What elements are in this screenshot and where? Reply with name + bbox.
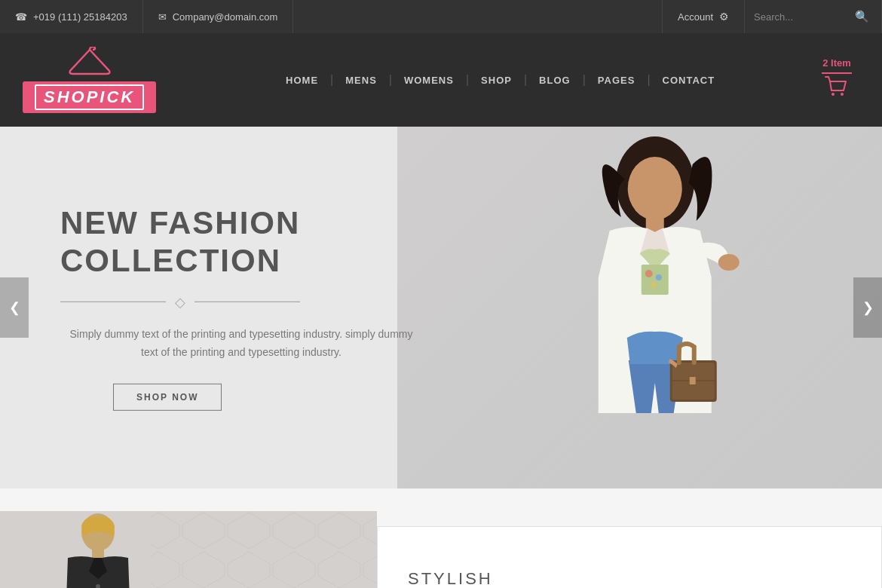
cart-area[interactable]: 2 Item (814, 57, 859, 103)
svg-point-7 (655, 274, 661, 280)
top-bar-right: Account ⚙ 🔍 (662, 0, 882, 33)
nav-pages[interactable]: PAGES (586, 75, 648, 86)
divider-line-left (60, 302, 166, 302)
section-content-right: STYLISH WOMENS (377, 526, 882, 588)
section-woman-illustration (0, 511, 377, 588)
email-address: Company@domain.com (173, 11, 278, 23)
email-icon: ✉ (158, 11, 167, 23)
slider-next-button[interactable]: ❯ (853, 277, 882, 338)
top-bar-left: ☎ +019 (111) 25184203 ✉ Company@domain.c… (0, 0, 293, 33)
logo-box-inner: SHOPICK (35, 84, 144, 110)
svg-rect-5 (641, 265, 668, 295)
main-nav: HOME | MENS | WOMENS | SHOP | BLOG | PAG… (186, 73, 814, 87)
email-contact: ✉ Company@domain.com (143, 0, 294, 33)
nav-blog[interactable]: BLOG (527, 75, 583, 86)
search-button[interactable]: 🔍 (852, 10, 872, 23)
phone-number: +019 (111) 25184203 (33, 11, 127, 23)
section-below: STYLISH WOMENS (0, 488, 882, 588)
nav-mens[interactable]: MENS (333, 75, 389, 86)
hero-slider: NEW FASHION COLLECTION ◇ Simply dummy te… (0, 127, 882, 488)
svg-rect-16 (151, 511, 377, 588)
hero-title: NEW FASHION COLLECTION (60, 204, 422, 280)
hero-description: Simply dummy text of the printing and ty… (60, 326, 422, 362)
cart-count: 2 Item (822, 57, 851, 69)
svg-point-1 (841, 93, 844, 96)
section-image-left (0, 511, 377, 588)
slider-prev-button[interactable]: ❮ (0, 277, 29, 338)
phone-contact: ☎ +019 (111) 25184203 (0, 0, 143, 33)
svg-point-8 (650, 282, 656, 288)
search-area: 🔍 (744, 0, 881, 33)
arrow-left-icon: ❮ (9, 299, 20, 316)
diamond-icon: ◇ (175, 294, 185, 311)
logo-box: SHOPICK (23, 81, 156, 113)
hanger-icon (67, 47, 112, 80)
svg-point-0 (831, 93, 835, 96)
gear-icon: ⚙ (719, 11, 729, 23)
logo-text: SHOPICK (44, 87, 135, 106)
nav-home[interactable]: HOME (274, 75, 330, 86)
svg-point-3 (627, 157, 681, 220)
phone-icon: ☎ (15, 11, 27, 23)
section-subtitle: STYLISH (408, 569, 851, 588)
hero-background (397, 127, 883, 488)
hero-divider: ◇ (60, 294, 422, 311)
account-label: Account (678, 11, 713, 23)
header: SHOPICK HOME | MENS | WOMENS | SHOP | BL… (0, 33, 882, 127)
top-bar: ☎ +019 (111) 25184203 ✉ Company@domain.c… (0, 0, 882, 33)
divider-line-right (194, 302, 300, 302)
shop-now-button[interactable]: SHOP NOW (113, 384, 222, 411)
nav-contact[interactable]: CONTACT (651, 75, 727, 86)
account-area[interactable]: Account ⚙ (662, 0, 744, 33)
svg-point-13 (718, 254, 739, 271)
hero-content: NEW FASHION COLLECTION ◇ Simply dummy te… (60, 204, 422, 411)
arrow-right-icon: ❯ (862, 299, 874, 316)
search-input[interactable] (754, 11, 852, 23)
svg-rect-12 (689, 377, 695, 384)
nav-shop[interactable]: SHOP (469, 75, 524, 86)
logo-area[interactable]: SHOPICK (23, 47, 156, 113)
svg-point-6 (645, 270, 652, 277)
nav-womens[interactable]: WOMENS (392, 75, 466, 86)
hero-woman-illustration (397, 127, 883, 488)
cart-button[interactable] (824, 74, 850, 103)
